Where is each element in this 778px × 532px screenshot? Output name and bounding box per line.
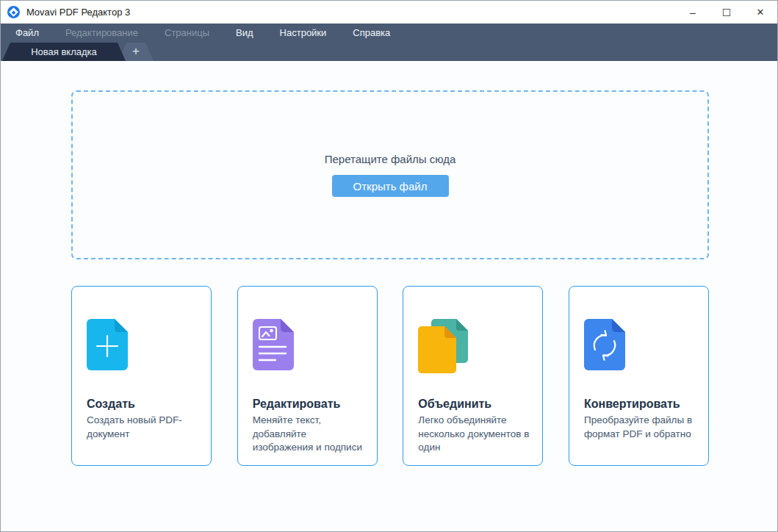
card-title: Конвертировать <box>584 398 696 411</box>
menu-edit: Редактирование <box>52 24 151 43</box>
app-logo-icon <box>7 6 20 18</box>
card-description: Меняйте текст, добавляйте изображения и … <box>253 414 365 455</box>
card-description: Создать новый PDF-документ <box>87 414 199 441</box>
main-content: Перетащите файлы сюда Открыть файл Созда… <box>1 61 777 531</box>
card-title: Объединить <box>418 398 530 411</box>
card-edit[interactable]: Редактировать Меняйте текст, добавляйте … <box>237 286 378 466</box>
menu-help[interactable]: Справка <box>339 24 403 43</box>
close-button[interactable]: ✕ <box>743 1 777 24</box>
window-controls: – ☐ ✕ <box>676 1 777 24</box>
tab-bar: Новая вкладка + <box>1 43 777 61</box>
plus-icon: + <box>132 44 140 59</box>
convert-document-icon <box>584 319 696 370</box>
maximize-button[interactable]: ☐ <box>710 1 743 24</box>
tab-label: Новая вкладка <box>31 46 97 57</box>
title-bar: Movavi PDF Редактор 3 – ☐ ✕ <box>1 1 777 24</box>
menu-settings[interactable]: Настройки <box>267 24 340 43</box>
tab-new-tab[interactable]: Новая вкладка <box>2 43 126 61</box>
card-create[interactable]: Создать Создать новый PDF-документ <box>71 286 212 466</box>
action-cards: Создать Создать новый PDF-документ Редак… <box>71 286 709 466</box>
card-title: Создать <box>87 398 199 411</box>
menu-file[interactable]: Файл <box>2 24 52 43</box>
open-file-button[interactable]: Открыть файл <box>332 175 449 197</box>
merge-documents-icon <box>418 319 530 370</box>
menu-bar: Файл Редактирование Страницы Вид Настрой… <box>1 24 777 43</box>
minimize-button[interactable]: – <box>676 1 710 24</box>
card-description: Легко объединяйте несколько документов в… <box>418 414 530 455</box>
card-merge[interactable]: Объединить Легко объединяйте несколько д… <box>403 286 543 466</box>
card-description: Преобразуйте файлы в формат PDF и обратн… <box>584 414 696 441</box>
app-window: Movavi PDF Редактор 3 – ☐ ✕ Файл Редакти… <box>0 0 778 532</box>
card-title: Редактировать <box>253 398 365 411</box>
window-title: Movavi PDF Редактор 3 <box>26 7 130 18</box>
menu-view[interactable]: Вид <box>223 24 267 43</box>
new-document-icon <box>87 319 199 370</box>
menu-pages: Страницы <box>151 24 223 43</box>
file-drop-zone[interactable]: Перетащите файлы сюда Открыть файл <box>71 90 709 259</box>
edit-document-icon <box>253 319 365 370</box>
card-convert[interactable]: Конвертировать Преобразуйте файлы в форм… <box>569 286 709 466</box>
drop-hint-text: Перетащите файлы сюда <box>325 153 456 165</box>
